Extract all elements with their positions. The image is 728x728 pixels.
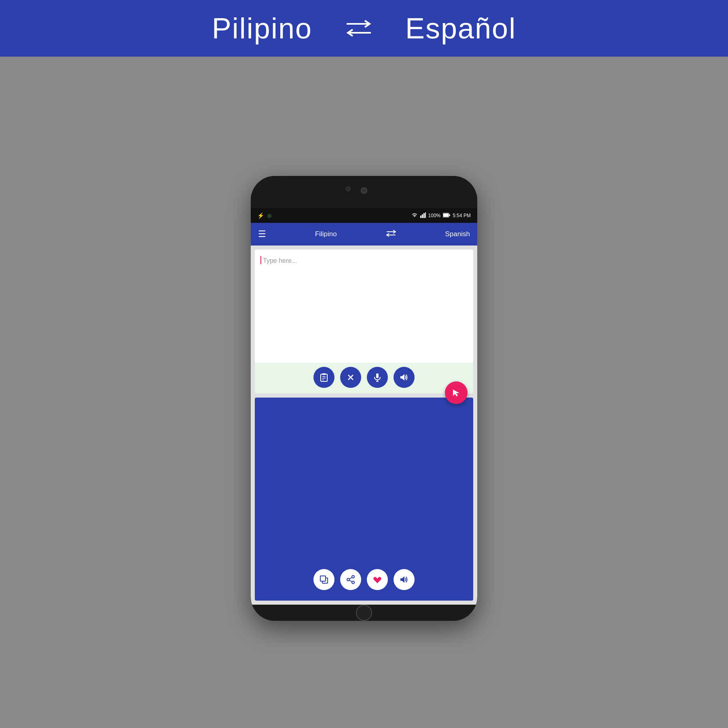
header-lang-right[interactable]: Español: [405, 12, 516, 45]
phone-earpiece: [346, 186, 351, 191]
app-bar-lang-left[interactable]: Filipino: [315, 230, 337, 238]
status-right-info: 100% 5:54 PM: [411, 212, 471, 219]
header-lang-left[interactable]: Pilipino: [212, 12, 312, 45]
app-bar: ☰ Filipino Spanish: [251, 223, 477, 245]
status-bar: ⚡ ◎: [251, 208, 477, 223]
svg-marker-30: [400, 576, 404, 583]
output-favorite-button[interactable]: [367, 569, 388, 590]
app-bar-swap-icon[interactable]: [386, 230, 396, 239]
top-header: Pilipino Español: [0, 0, 728, 57]
phone-bottom: [251, 605, 477, 621]
text-input-field[interactable]: Type here...: [255, 250, 473, 363]
wifi-icon: [411, 212, 418, 219]
svg-rect-7: [443, 214, 449, 217]
text-cursor: [260, 256, 261, 264]
phone-wrapper: ⚡ ◎: [251, 57, 477, 728]
clear-button[interactable]: [340, 367, 361, 388]
speaker-button[interactable]: [394, 367, 415, 388]
output-copy-button[interactable]: [313, 569, 334, 590]
output-area: [255, 398, 473, 601]
time-display: 5:54 PM: [453, 213, 471, 218]
output-share-button[interactable]: [340, 569, 361, 590]
screen-content: Type here...: [251, 245, 477, 605]
input-placeholder: Type here...: [263, 257, 297, 264]
svg-rect-12: [321, 374, 327, 381]
clipboard-button[interactable]: [313, 367, 334, 388]
output-speaker-button[interactable]: [394, 569, 415, 590]
home-button[interactable]: [356, 605, 372, 621]
svg-point-27: [352, 581, 354, 584]
svg-marker-21: [400, 374, 404, 381]
mic-button[interactable]: [367, 367, 388, 388]
phone-device: ⚡ ◎: [251, 176, 477, 621]
svg-point-26: [347, 578, 349, 581]
app-bar-lang-right[interactable]: Spanish: [445, 230, 470, 238]
svg-rect-4: [423, 213, 425, 218]
translate-button[interactable]: [445, 381, 468, 404]
svg-rect-24: [320, 576, 326, 581]
svg-rect-2: [420, 216, 421, 218]
svg-rect-3: [422, 214, 423, 218]
header-swap-icon[interactable]: [345, 18, 373, 38]
svg-rect-18: [376, 373, 379, 378]
svg-point-25: [352, 576, 354, 578]
phone-top: [251, 176, 477, 208]
signal-icon: [420, 212, 426, 219]
svg-marker-22: [453, 389, 459, 396]
action-buttons-row: [255, 363, 473, 394]
output-buttons-row: [255, 564, 473, 595]
battery-icon: [443, 213, 450, 219]
phone-camera: [361, 187, 367, 194]
battery-percent: 100%: [428, 213, 441, 218]
svg-line-29: [349, 580, 352, 582]
svg-rect-8: [449, 214, 450, 216]
gps-icon: ◎: [267, 213, 271, 218]
svg-line-28: [349, 578, 352, 579]
usb-icon: ⚡: [257, 212, 264, 219]
svg-rect-5: [425, 212, 426, 218]
input-area: Type here...: [255, 250, 473, 363]
menu-icon[interactable]: ☰: [258, 229, 266, 239]
status-left-icons: ⚡ ◎: [257, 212, 271, 219]
